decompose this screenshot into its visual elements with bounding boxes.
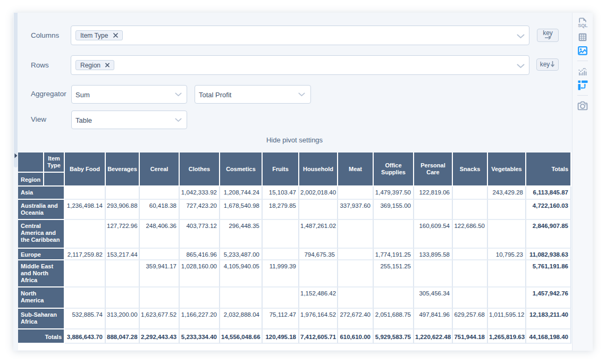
svg-text:SQL: SQL	[578, 23, 588, 28]
